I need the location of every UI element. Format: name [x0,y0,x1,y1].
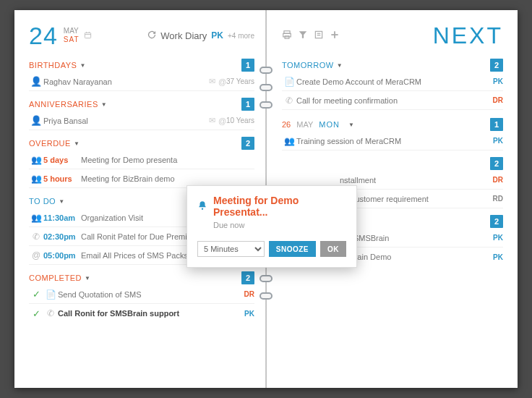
age-label: 37 Years [226,77,254,85]
task-text: nstallment [282,176,486,185]
phone-icon: ✆ [43,308,58,318]
refresh-icon[interactable] [147,30,156,41]
bell-icon [197,200,207,213]
group-icon: 👥 [29,213,43,223]
modal-title-row: Meeting for Demo Presentat... [197,195,346,218]
overdue-age: 5 days [43,156,81,164]
day-month: MAY SAT [64,27,80,44]
day-month: MAY [296,120,313,129]
section-anniversaries[interactable]: ANNIVERSARIES ▼ 1 [29,97,254,111]
left-header-right: Work Diary PK +4 more [147,30,254,41]
mail-icon[interactable]: ✉ [209,77,215,86]
next-label[interactable]: NEXT [433,22,503,49]
phone-icon: ✆ [29,232,43,242]
overdue-age: 5 hours [43,174,81,183]
work-diary-label[interactable]: Work Diary [160,30,207,41]
check-icon: ✓ [29,289,43,300]
doc-icon: 📄 [282,77,296,87]
group-icon: 👥 [282,136,296,146]
group-icon: 👥 [29,155,43,165]
day-dow: MON [319,120,340,129]
count-badge: 2 [490,215,503,228]
filter-icon[interactable] [298,30,308,42]
modal-title: Meeting for Demo Presentat... [213,195,346,218]
section-block-2[interactable]: 2 [282,156,503,171]
section-overdue[interactable]: OVERDUE ▼ 2 [29,136,254,151]
years-label: 10 Years [226,117,254,124]
task-text: Create Demo Account of MeraCRM [296,77,486,86]
person-icon: 👤 [29,76,43,87]
section-label: BIRTHDAYS [29,61,77,69]
at-icon[interactable]: @ [218,77,226,86]
task-row[interactable]: 👥 Training session of MeraCRM PK [282,132,503,151]
section-26-may[interactable]: 26 MAY MON ▼ 1 [282,117,503,132]
section-completed[interactable]: COMPLETED ▼ 2 [29,271,254,285]
svg-marker-7 [299,31,307,38]
section-birthdays[interactable]: BIRTHDAYS ▼ 1 [29,58,254,72]
at-icon[interactable]: @ [218,117,226,125]
header-toolbar [282,30,340,42]
user-badge[interactable]: PK [211,30,223,41]
count-badge: 2 [241,137,254,150]
add-icon[interactable] [330,30,340,42]
task-text: Meeting for BizBrain demo [81,174,254,183]
ok-button[interactable]: OK [320,241,346,257]
doc-icon: 📄 [43,289,58,300]
task-row[interactable]: ✆ Call for meeting confirmation DR [282,91,503,110]
svg-rect-0 [85,33,90,38]
person-name: Priya Bansal [43,117,206,125]
task-text: Meeting for Demo presenta [81,156,254,164]
list-icon[interactable] [314,30,324,42]
count-badge: 1 [490,118,503,131]
caret-down-icon: ▼ [337,62,343,69]
binding-rings [259,67,273,119]
owner-tag: DR [486,96,503,104]
section-label: COMPLETED [29,274,82,282]
person-icon: 👤 [29,115,43,126]
owner-tag: RD [486,195,503,203]
svg-point-13 [202,208,203,209]
task-row[interactable]: 📄 Create Demo Account of MeraCRM PK [282,72,503,91]
caret-down-icon: ▼ [80,62,85,69]
person-name: Raghav Narayanan [43,77,206,86]
count-badge: 2 [490,59,503,72]
count-badge: 1 [241,59,254,72]
caret-down-icon: ▼ [74,140,80,147]
section-label: TOMORROW [282,61,334,69]
task-time: 11:30am [43,213,81,222]
task-text: Call for meeting confirmation [296,96,486,105]
count-badge: 2 [490,157,503,170]
snooze-button[interactable]: SNOOZE [269,241,316,257]
month-label: MAY [64,27,80,35]
count-badge: 1 [241,98,254,111]
task-text: Training session of MeraCRM [296,137,486,145]
owner-tag: DR [237,290,254,298]
completed-row[interactable]: ✓ 📄 Send Quotation of SMS DR [29,285,254,304]
task-text: Send Quotation of SMS [58,290,237,299]
check-icon: ✓ [29,308,43,319]
overdue-row[interactable]: 👥 5 days Meeting for Demo presenta [29,151,254,169]
birthday-row[interactable]: 👤 Raghav Narayanan ✉ @ 37 Years [29,72,254,91]
caret-down-icon: ▼ [59,198,64,205]
task-time: 05:00pm [43,251,81,260]
calendar-icon[interactable] [84,31,92,41]
snooze-select[interactable]: 5 Minutes [197,241,265,257]
print-icon[interactable] [282,30,292,42]
right-header: NEXT [282,19,503,52]
caret-down-icon: ▼ [348,122,354,128]
at-icon: @ [29,250,43,261]
more-count[interactable]: +4 more [228,32,254,40]
anniversary-row[interactable]: 👤 Priya Bansal ✉ @ 10 Years [29,111,254,130]
dow-label: SAT [64,35,80,44]
owner-tag: DR [486,176,503,184]
count-badge: 2 [241,271,254,284]
caret-down-icon: ▼ [101,101,107,108]
mail-icon[interactable]: ✉ [209,116,215,125]
completed-row[interactable]: ✓ ✆ Call Ronit for SMSBrain support PK [29,304,254,323]
section-tomorrow[interactable]: TOMORROW ▼ 2 [282,58,503,72]
owner-tag: PK [486,137,503,145]
caret-down-icon: ▼ [85,275,90,281]
day-number[interactable]: 24 [29,22,58,50]
day-num: 26 [282,120,291,129]
modal-actions: 5 Minutes SNOOZE OK [197,241,346,257]
